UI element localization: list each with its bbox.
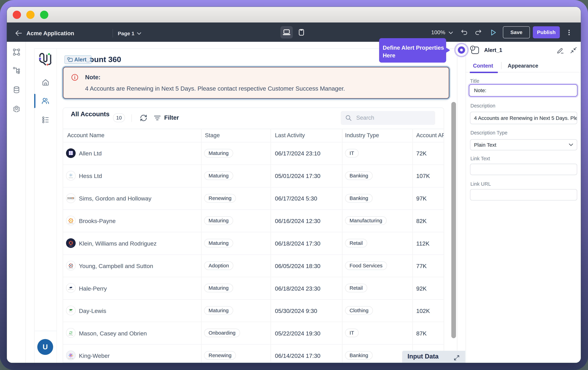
svg-text:COMPANY: COMPANY: [69, 246, 73, 247]
svg-text:RAND M: RAND M: [67, 197, 74, 199]
svg-text:NORTHBREAK: NORTHBREAK: [69, 335, 73, 336]
svg-text:SHEPPARD: SHEPPARD: [69, 178, 73, 178]
svg-text:MILES CREW: MILES CREW: [69, 268, 73, 269]
svg-text:FLOWING PARIS: FLOWING PARIS: [68, 358, 74, 359]
svg-text:LURICH SPRAIN: LURICH SPRAIN: [68, 223, 74, 224]
svg-text:NEW GALLERY: NEW GALLERY: [68, 289, 74, 290]
svg-text:INCORPORATED: INCORPORATED: [67, 199, 75, 200]
svg-text:EATTUR 8: EATTUR 8: [69, 311, 73, 312]
